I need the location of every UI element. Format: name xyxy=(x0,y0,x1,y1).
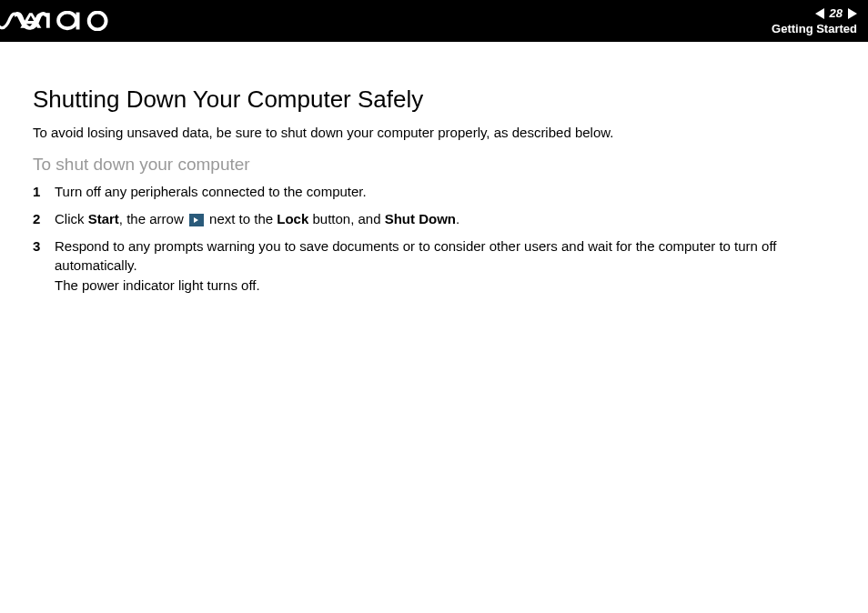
intro-text: To avoid losing unsaved data, be sure to… xyxy=(33,123,835,142)
subsection-title: To shut down your computer xyxy=(33,155,835,175)
step-text: Respond to any prompts warning you to sa… xyxy=(55,236,835,296)
arrow-icon xyxy=(189,214,204,226)
vaio-logo xyxy=(15,0,87,42)
prev-page-arrow-icon[interactable] xyxy=(815,8,824,19)
step-1: 1 Turn off any peripherals connected to … xyxy=(33,182,835,202)
step-2: 2 Click Start, the arrow next to the Loc… xyxy=(33,209,835,229)
page-content: Shutting Down Your Computer Safely To av… xyxy=(0,42,868,296)
steps-list: 1 Turn off any peripherals connected to … xyxy=(33,182,835,296)
svg-point-3 xyxy=(58,13,76,29)
section-name: Getting Started xyxy=(772,22,857,35)
step-number: 3 xyxy=(33,236,55,296)
page-title: Shutting Down Your Computer Safely xyxy=(33,85,835,114)
svg-point-1 xyxy=(89,13,106,30)
header-right: 28 Getting Started xyxy=(772,6,857,35)
step-number: 1 xyxy=(33,182,55,202)
svg-rect-2 xyxy=(46,13,50,28)
next-page-arrow-icon[interactable] xyxy=(848,8,857,19)
step-text: Turn off any peripherals connected to th… xyxy=(55,182,835,202)
header-bar: 28 Getting Started xyxy=(0,0,868,42)
page-number: 28 xyxy=(830,6,843,20)
page-navigation: 28 xyxy=(815,6,857,20)
step-number: 2 xyxy=(33,209,55,229)
step-3: 3 Respond to any prompts warning you to … xyxy=(33,236,835,296)
step-text: Click Start, the arrow next to the Lock … xyxy=(55,209,835,229)
